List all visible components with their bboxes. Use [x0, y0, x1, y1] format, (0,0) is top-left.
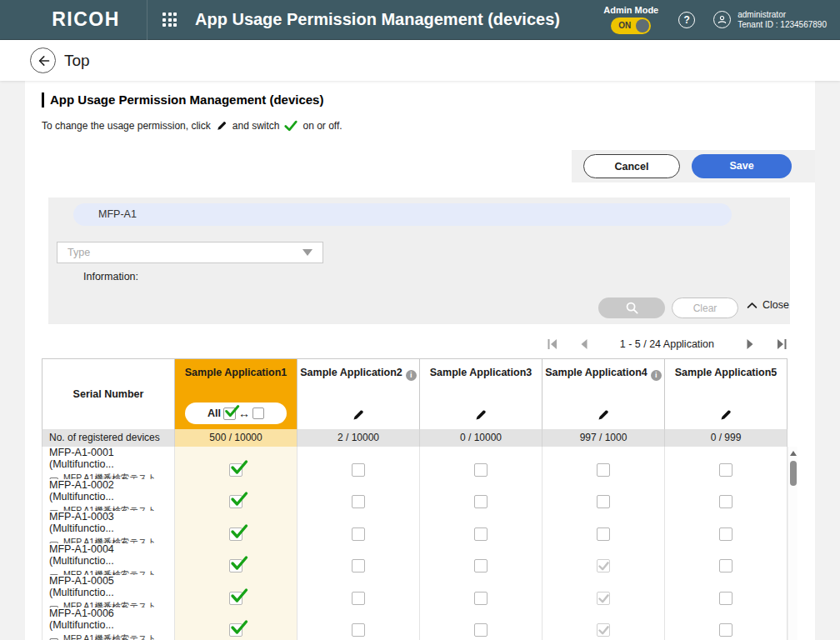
- column-header-5: Sample Application5: [665, 359, 788, 429]
- search-button[interactable]: [598, 298, 665, 318]
- checkbox-checked[interactable]: [229, 592, 242, 605]
- edit-pencil-button[interactable]: [719, 408, 732, 422]
- appbar: RICOH App Usage Permission Management (d…: [0, 0, 840, 40]
- back-arrow-icon: [36, 54, 51, 68]
- checkbox-unchecked[interactable]: [352, 495, 365, 508]
- checkbox-unchecked[interactable]: [474, 559, 488, 572]
- first-page-icon[interactable]: [547, 338, 558, 350]
- table-header-row: Serial Number Sample Application1All↔Sam…: [42, 358, 788, 429]
- type-placeholder: Type: [58, 247, 302, 258]
- check-icon: [284, 120, 298, 132]
- checkbox-unchecked[interactable]: [352, 623, 365, 637]
- permission-cell: [665, 608, 788, 640]
- info-icon[interactable]: i: [651, 370, 662, 381]
- edit-pencil-button[interactable]: [597, 408, 610, 422]
- back-button[interactable]: [30, 48, 56, 73]
- scroll-up-icon[interactable]: [790, 451, 797, 456]
- checkbox-unchecked[interactable]: [719, 463, 732, 477]
- type-dropdown[interactable]: Type: [57, 242, 323, 263]
- table-row: MFP-A1-0006 (Multifunctio...MFP A1機番検索テス…: [42, 608, 788, 640]
- checkbox-unchecked[interactable]: [474, 528, 488, 541]
- permission-cell: [420, 608, 542, 640]
- scrollbar-thumb[interactable]: [790, 461, 797, 486]
- prev-page-icon[interactable]: [578, 338, 590, 350]
- help-icon[interactable]: ?: [678, 12, 695, 28]
- save-button[interactable]: Save: [692, 154, 792, 178]
- checkbox-checked[interactable]: [229, 495, 242, 508]
- table-row: MFP-A1-0002 (Multifunctio...MFP A1機番検索テス…: [42, 479, 788, 512]
- column-name: Sample Application2i: [298, 367, 419, 381]
- device-serial: MFP-A1-0003 (Multifunctio...: [49, 511, 174, 534]
- registered-count-row: No. of registered devices 500 500 / 1000…: [42, 429, 788, 447]
- edit-pencil-button[interactable]: [474, 408, 488, 422]
- back-nav-row: Top: [0, 40, 840, 81]
- dropdown-caret-icon: [302, 249, 312, 256]
- instruction-part-2: and switch: [232, 120, 280, 132]
- back-label[interactable]: Top: [64, 52, 90, 70]
- checkbox-locked: [597, 592, 610, 605]
- checkbox-unchecked[interactable]: [474, 592, 488, 605]
- checkbox-unchecked[interactable]: [352, 463, 365, 477]
- column-name: Sample Application3: [420, 367, 542, 378]
- pagination: 1 - 5 / 24 Application: [547, 329, 788, 359]
- permission-cell: [542, 608, 665, 640]
- apps-grid-icon[interactable]: [162, 12, 177, 27]
- pagination-range: 1 - 5 / 24 Application: [620, 338, 714, 350]
- close-panel-button[interactable]: Close: [747, 299, 789, 311]
- device-serial: MFP-A1-0005 (Multifunctio...: [49, 575, 174, 598]
- checkbox-unchecked[interactable]: [352, 592, 365, 605]
- toggle-all-button[interactable]: All↔: [185, 402, 287, 424]
- chevron-up-icon: [747, 302, 758, 309]
- checkbox-unchecked[interactable]: [474, 463, 488, 477]
- checkbox-locked: [597, 623, 610, 637]
- checkbox-unchecked[interactable]: [597, 463, 610, 477]
- edit-pencil-button[interactable]: [352, 408, 365, 422]
- checkbox-unchecked[interactable]: [719, 623, 732, 637]
- checkbox-unchecked[interactable]: [719, 528, 732, 541]
- column-header-1: Sample Application1All↔: [175, 359, 298, 429]
- checkbox-checked[interactable]: [229, 623, 242, 637]
- close-label: Close: [762, 299, 789, 311]
- admin-mode-toggle[interactable]: ON: [611, 18, 651, 34]
- checkbox-unchecked[interactable]: [719, 592, 732, 605]
- checkbox-unchecked[interactable]: [474, 495, 488, 508]
- device-serial: MFP-A1-0006 (Multifunctio...: [49, 608, 174, 631]
- column-header-2: Sample Application2i: [298, 359, 420, 429]
- instruction-text: To change the usage permission, click an…: [42, 120, 342, 132]
- table-row: MFP-A1-0001 (Multifunctio...MFP A1機番検索テス…: [42, 447, 788, 479]
- next-page-icon[interactable]: [744, 338, 756, 350]
- user-avatar-icon: [713, 11, 731, 28]
- page-title: App Usage Permission Management (devices…: [42, 92, 323, 108]
- device-serial: MFP-A1-0001 (Multifunctio...: [49, 447, 174, 470]
- checkbox-checked[interactable]: [229, 559, 242, 572]
- vertical-scrollbar[interactable]: [788, 447, 798, 640]
- column-header-4: Sample Application4i: [542, 359, 665, 429]
- checkbox-checked[interactable]: [229, 528, 242, 541]
- admin-mode-label: Admin Mode: [603, 5, 658, 15]
- user-menu[interactable]: administrator Tenant ID : 1234567890: [713, 10, 827, 30]
- column-name: Sample Application1: [175, 367, 297, 378]
- column-name: Sample Application4i: [542, 367, 664, 381]
- keyword-input[interactable]: MFP-A1: [73, 203, 732, 226]
- checkbox-unchecked[interactable]: [597, 495, 610, 508]
- admin-mode-block: Admin Mode ON: [603, 5, 658, 34]
- device-note: MFP A1機番検索テスト0006: [49, 633, 174, 640]
- checkbox-unchecked[interactable]: [597, 528, 610, 541]
- checked-checkbox-icon: [223, 408, 236, 420]
- search-panel: MFP-A1 Type Information: Clear Close: [48, 198, 790, 324]
- last-page-icon[interactable]: [776, 338, 788, 350]
- checkbox-unchecked[interactable]: [352, 528, 365, 541]
- cancel-button[interactable]: Cancel: [583, 154, 680, 178]
- clear-button[interactable]: Clear: [672, 298, 738, 318]
- checkbox-unchecked[interactable]: [719, 559, 732, 572]
- checkbox-unchecked[interactable]: [719, 495, 732, 508]
- checkbox-unchecked[interactable]: [474, 623, 488, 637]
- device-serial: MFP-A1-0004 (Multifunctio...: [49, 543, 174, 567]
- serial-number-header: Serial Number: [42, 359, 175, 429]
- checkbox-unchecked[interactable]: [352, 559, 365, 572]
- info-icon[interactable]: i: [406, 370, 417, 381]
- column-header-3: Sample Application3: [420, 359, 542, 429]
- permissions-table: Serial Number Sample Application1All↔Sam…: [42, 358, 798, 640]
- instruction-part-3: on or off.: [302, 120, 342, 132]
- checkbox-checked[interactable]: [229, 463, 242, 477]
